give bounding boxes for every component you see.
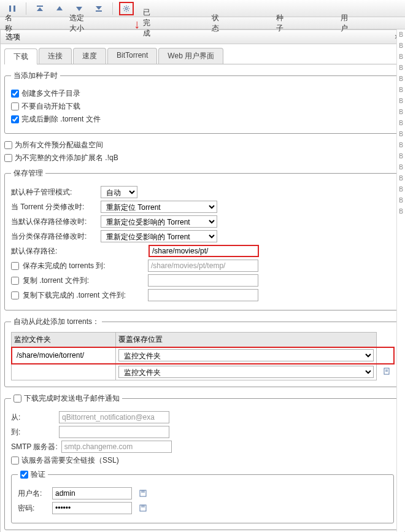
legend-email: 下载完成时发送电子邮件通知: [11, 393, 122, 404]
delete-torrent-option[interactable]: 完成后删除 .torrent 文件: [11, 114, 101, 125]
smtp-label: SMTP 服务器:: [11, 442, 58, 452]
category-savepath-changed-select[interactable]: 重新定位受影响的 Torrent: [101, 230, 217, 242]
bottom-icon[interactable]: [91, 2, 106, 15]
svg-rect-7: [96, 10, 102, 12]
auth-pass-input[interactable]: [52, 502, 132, 514]
keep-incomplete-label: 保存未完成的 torrents 到:: [23, 261, 144, 271]
tab-webui[interactable]: Web 用户界面: [158, 48, 223, 64]
toolbar-separator: [26, 2, 26, 15]
col-seeds[interactable]: 种子: [276, 13, 285, 34]
tab-speed[interactable]: 速度: [73, 48, 106, 64]
default-mode-select[interactable]: 自动: [101, 186, 137, 198]
monitor-row1-folder-input[interactable]: [14, 349, 113, 361]
dialog-title: 选项: [6, 32, 20, 42]
fieldset-save-path: 保存管理 默认种子管理模式: 自动 当 Torrent 分类修改时: 重新定位 …: [4, 168, 401, 310]
default-savepath-changed-select[interactable]: 重新定位受影响的 Torrent: [101, 215, 217, 228]
copy-finished-label: 复制下载完成的 .torrent 文件到:: [23, 290, 144, 301]
auth-enable-checkbox[interactable]: [20, 471, 28, 479]
options-tabs: 下载 连接 速度 BitTorrent Web 用户界面: [4, 48, 401, 64]
fieldset-auto-add: 自动从此处添加 torrents： 监控文件夹 覆盖保存位置 监控文件夹 监控文…: [4, 317, 401, 387]
add-folder-icon[interactable]: [383, 367, 392, 376]
col-status[interactable]: 状态: [212, 13, 221, 34]
ssl-checkbox[interactable]: [11, 457, 19, 465]
svg-rect-1: [14, 6, 15, 12]
svg-line-16: [128, 6, 128, 7]
col-user[interactable]: 用户: [341, 13, 350, 34]
smtp-input[interactable]: [61, 441, 172, 453]
auth-pass-label: 密码:: [18, 503, 48, 514]
tab-connection[interactable]: 连接: [39, 48, 72, 64]
svg-marker-3: [37, 7, 43, 11]
svg-point-8: [125, 7, 127, 9]
svg-marker-4: [56, 6, 63, 10]
svg-rect-2: [37, 6, 43, 7]
default-savepath-changed-label: 当默认保存路径修改时:: [11, 217, 97, 227]
category-savepath-changed-label: 当分类保存路径修改时:: [11, 231, 97, 242]
monitor-col-override: 覆盖保存位置: [116, 333, 377, 347]
default-mode-label: 默认种子管理模式:: [11, 187, 97, 198]
monitor-table: 监控文件夹 覆盖保存位置 监控文件夹 监控文件夹: [11, 332, 394, 380]
svg-line-14: [128, 10, 128, 10]
fieldset-auth: 验证 用户名: 密码:: [11, 469, 394, 523]
tab-download[interactable]: 下载: [4, 48, 37, 64]
create-subfolder-checkbox[interactable]: [11, 90, 19, 98]
keep-incomplete-checkbox[interactable]: [11, 262, 19, 270]
col-progress[interactable]: 已完成: [143, 7, 156, 39]
svg-rect-0: [9, 6, 11, 12]
top-icon[interactable]: [33, 2, 47, 15]
background-list-edge: BBBBB BBBBB BBBBB BB: [396, 29, 405, 531]
save-icon[interactable]: [138, 488, 148, 498]
default-savepath-input[interactable]: [148, 245, 259, 257]
email-to-label: 到:: [11, 427, 55, 438]
ssl-option[interactable]: 该服务器需要安全链接（SSL): [11, 455, 119, 466]
preallocate-checkbox[interactable]: [4, 141, 12, 149]
auth-user-label: 用户名:: [18, 488, 48, 499]
gear-icon[interactable]: [119, 2, 134, 15]
append-ext-checkbox[interactable]: [4, 154, 12, 162]
monitor-row1-override-select[interactable]: 监控文件夹: [118, 349, 374, 361]
category-changed-select[interactable]: 重新定位 Torrent: [101, 201, 217, 213]
dont-autostart-checkbox[interactable]: [11, 102, 19, 110]
email-to-input[interactable]: [59, 426, 169, 438]
legend-save-path: 保存管理: [11, 168, 45, 179]
col-size[interactable]: 选定大小: [69, 13, 88, 34]
svg-line-15: [124, 10, 125, 10]
email-from-label: 从:: [11, 412, 55, 423]
delete-torrent-checkbox[interactable]: [11, 115, 19, 123]
append-ext-option[interactable]: 为不完整的文件添加扩展名 .!qB: [4, 153, 118, 163]
default-savepath-label: 默认保存路径:: [11, 246, 145, 256]
category-changed-label: 当 Torrent 分类修改时:: [11, 202, 97, 212]
preallocate-option[interactable]: 为所有文件预分配磁盘空间: [4, 140, 103, 150]
legend-add-torrent: 当添加种子时: [11, 71, 60, 81]
email-from-input[interactable]: [59, 411, 169, 423]
monitor-row2-folder-input[interactable]: [14, 366, 113, 378]
toolbar-separator: [112, 2, 113, 15]
fieldset-email: 下载完成时发送电子邮件通知 从: 到: SMTP 服务器: 该服务器需要安全链接…: [4, 393, 401, 530]
legend-auto-add: 自动从此处添加 torrents：: [11, 317, 102, 327]
copy-finished-input[interactable]: [148, 289, 258, 301]
copy-torrent-label: 复制 .torrent 文件到:: [23, 276, 144, 286]
monitor-row2-override-select[interactable]: 监控文件夹: [118, 366, 374, 378]
email-enable-checkbox[interactable]: [14, 395, 21, 403]
dialog-body: 下载 连接 速度 BitTorrent Web 用户界面 当添加种子时 创建多文…: [0, 44, 405, 532]
copy-finished-checkbox[interactable]: [11, 291, 19, 299]
copy-torrent-input[interactable]: [148, 274, 258, 287]
create-subfolder-option[interactable]: 创建多文件子目录: [11, 88, 80, 99]
keep-incomplete-input[interactable]: [148, 260, 258, 272]
svg-rect-23: [141, 505, 145, 507]
up-icon[interactable]: [52, 2, 67, 15]
svg-marker-6: [96, 6, 102, 10]
monitor-col-folder: 监控文件夹: [12, 333, 116, 347]
col-name[interactable]: 名称: [5, 13, 14, 34]
tab-bittorrent[interactable]: BitTorrent: [107, 48, 157, 64]
save-icon[interactable]: [138, 503, 148, 513]
copy-torrent-checkbox[interactable]: [11, 277, 19, 285]
svg-rect-21: [141, 490, 145, 493]
auth-user-input[interactable]: [52, 487, 132, 499]
svg-line-13: [124, 6, 125, 7]
svg-marker-5: [76, 7, 82, 11]
legend-auth: 验证: [18, 469, 48, 480]
column-headers: 名称 选定大小 已完成 状态 种子 用户: [0, 17, 405, 29]
fieldset-add-torrent: 当添加种子时 创建多文件子目录 不要自动开始下载 完成后删除 .torrent …: [4, 71, 401, 134]
dont-autostart-option[interactable]: 不要自动开始下载: [11, 101, 80, 112]
